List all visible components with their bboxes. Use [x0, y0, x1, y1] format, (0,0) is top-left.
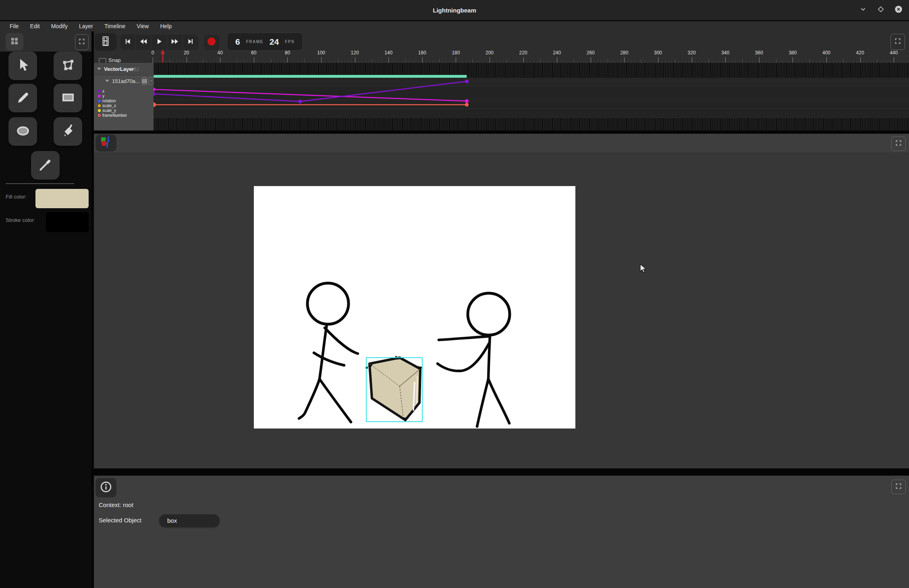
animation-curves[interactable] [154, 63, 909, 130]
ruler-tick [287, 57, 288, 63]
property-name: rotation [102, 99, 116, 103]
stroke-color-label: Stroke color: [6, 217, 35, 223]
ruler-tick [388, 57, 389, 63]
ruler-label-80: 80 [285, 50, 290, 56]
ruler-tick [574, 59, 574, 63]
fill-color-label: Fill color: [6, 194, 27, 200]
pencil-icon [15, 89, 31, 108]
ruler-tick [456, 57, 456, 63]
stage-canvas[interactable] [254, 186, 575, 429]
menu-timeline[interactable]: Timeline [99, 21, 131, 31]
ruler-tick [624, 57, 625, 63]
property-row-scale_x[interactable]: scale_x [94, 103, 154, 108]
rectangle-tool-button[interactable] [54, 84, 82, 112]
ruler-tick [809, 59, 810, 63]
ruler-tick [608, 59, 608, 63]
keyframe-frameNumber [154, 102, 156, 107]
keyframe-x [298, 100, 302, 104]
ruler-label-360: 360 [755, 50, 763, 56]
collapse-caret-icon[interactable] [97, 68, 101, 70]
ruler-label-280: 280 [620, 50, 628, 56]
stage-tab-button[interactable] [95, 135, 116, 151]
keyframe-x [154, 92, 156, 96]
menu-help[interactable]: Help [154, 21, 177, 31]
layer-list: VectorLayer [L] 151ad70a... ~ xyrotation… [94, 63, 154, 130]
expand-inspector-button[interactable] [891, 480, 906, 494]
menu-file[interactable]: File [4, 21, 25, 31]
property-row-scale_y[interactable]: scale_y [94, 108, 154, 113]
menubar: FileEditModifyLayerTimelineViewHelp [0, 21, 909, 31]
timeline-ruler[interactable]: 0204060801001201401601802002202402602803… [94, 31, 909, 63]
property-row-x[interactable]: x [94, 89, 154, 93]
ruler-tick [371, 59, 372, 63]
property-color-dot [98, 109, 101, 112]
ruler-tick [405, 59, 406, 63]
collapse-button[interactable] [858, 5, 868, 15]
layer-row-object[interactable]: 151ad70a... ~ [94, 75, 154, 87]
playhead[interactable] [160, 49, 165, 64]
property-name: x [102, 89, 104, 93]
ruler-tick [557, 57, 557, 63]
ruler-tick [355, 57, 355, 63]
ruler-tick [759, 57, 760, 63]
ruler-label-320: 320 [688, 50, 696, 56]
maximize-button[interactable] [876, 5, 886, 15]
diamond-icon [877, 5, 885, 15]
transform-tool-button[interactable] [54, 52, 82, 80]
ruler-label-200: 200 [486, 50, 494, 56]
property-color-dot [98, 90, 101, 93]
fill-color-swatch[interactable] [35, 189, 89, 208]
eyedropper-icon [37, 156, 54, 175]
ruler-tick [708, 59, 709, 63]
grid-icon [9, 36, 20, 48]
ruler-tick [776, 59, 776, 63]
paint-bucket-tool-button[interactable] [54, 117, 82, 146]
window-title: Lightningbeam [0, 0, 909, 20]
stick-figure-right[interactable] [438, 293, 510, 427]
ruler-tick [742, 59, 743, 63]
layer-ease-toggle[interactable]: ~ [149, 77, 154, 85]
collapse-caret-icon[interactable] [105, 80, 109, 82]
ruler-tick [725, 57, 726, 63]
tool-panel-header [0, 31, 91, 52]
info-icon [99, 480, 113, 495]
layer-visibility-toggle[interactable] [142, 77, 147, 85]
pencil-tool-button[interactable] [8, 84, 37, 112]
menu-layer[interactable]: Layer [73, 21, 99, 31]
expand-tools-button[interactable] [75, 34, 89, 50]
keyframe-frameNumber [465, 103, 469, 107]
property-color-dot [98, 95, 101, 97]
ruler-tick [675, 59, 675, 63]
info-tab-button[interactable] [95, 478, 116, 497]
tool-sidebar: Fill color: Stroke color: [0, 31, 91, 588]
ruler-tick [422, 57, 423, 63]
curve-y [154, 89, 467, 101]
box-object[interactable] [365, 356, 422, 422]
expand-stage-button[interactable] [891, 137, 906, 151]
eyedropper-tool-button[interactable] [31, 151, 60, 180]
stroke-color-swatch[interactable] [46, 212, 89, 232]
menu-edit[interactable]: Edit [25, 21, 46, 31]
layout-grid-button[interactable] [6, 33, 23, 50]
stick-figure-left[interactable] [299, 283, 358, 422]
ruler-tick [203, 59, 203, 63]
frame-grid[interactable] [154, 63, 909, 130]
ruler-label-440: 440 [890, 50, 898, 56]
ellipse-icon [15, 122, 31, 141]
property-row-frameNumber[interactable]: frameNumber [94, 113, 154, 118]
property-row-rotation[interactable]: rotation [94, 98, 154, 103]
ruler-tick [220, 57, 220, 63]
close-button[interactable] [894, 5, 903, 15]
expand-icon [78, 38, 85, 47]
ruler-tick [473, 59, 473, 63]
ruler-tick [237, 59, 237, 63]
ellipse-tool-button[interactable] [8, 117, 37, 146]
select-tool-button[interactable] [8, 52, 37, 80]
menu-view[interactable]: View [131, 21, 154, 31]
layer-row-vectorlayer[interactable]: VectorLayer [L] [94, 63, 154, 75]
property-row-y[interactable]: y [94, 93, 154, 98]
ruler-tick [692, 57, 692, 63]
menu-modify[interactable]: Modify [46, 21, 73, 31]
selected-object-field[interactable]: box [159, 514, 220, 527]
property-name: y [102, 94, 104, 98]
